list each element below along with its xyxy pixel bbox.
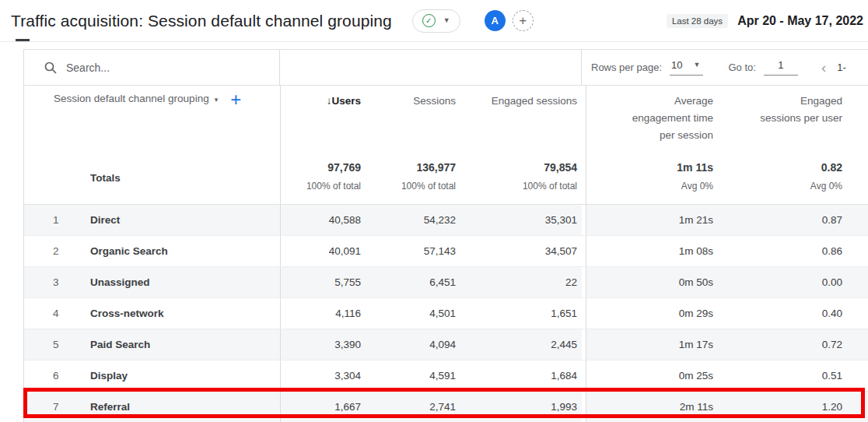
metric-value-avg_engagement_time: 2m 11s (586, 392, 723, 422)
channel-name: Direct (67, 205, 280, 235)
metric-value-engaged_sessions_per_user: 0.00 (723, 267, 868, 297)
date-preset-badge: Last 28 days (667, 14, 728, 28)
rows-per-page-select[interactable]: 10 ▼ (670, 59, 703, 76)
total-users-sub: 100% of total (281, 181, 361, 192)
rows-per-page-label: Rows per page: (591, 62, 662, 73)
column-header-engaged-sessions[interactable]: Engaged sessions (465, 86, 582, 151)
chevron-down-icon: ▾ (215, 97, 219, 104)
channel-name: Cross-network (67, 298, 280, 329)
metric-value-avg_engagement_time: 1m 08s (586, 236, 723, 266)
column-header-sessions[interactable]: Sessions (370, 86, 465, 151)
search-input[interactable]: Search... (24, 50, 280, 85)
table-row: 1Direct40,58854,23235,3011m 21s0.87 (24, 205, 868, 236)
metric-value-users: 3,304 (280, 360, 370, 391)
row-number: 2 (24, 236, 67, 266)
row-number: 5 (24, 329, 67, 360)
metric-value-users: 40,588 (280, 205, 370, 235)
row-number: 4 (24, 298, 67, 329)
metric-value-engaged_sessions: 34,507 (465, 236, 582, 266)
table-row: 3Unassigned5,7556,451220m 50s0.00 (24, 267, 868, 298)
metric-value-engaged_sessions_per_user: 0.87 (723, 205, 868, 235)
table-row: 7Referral1,6672,7411,9932m 11s1.20 (24, 392, 868, 422)
total-engaged-sessions-sub: 100% of total (465, 181, 577, 192)
total-espu-sub: Avg 0% (723, 181, 842, 192)
search-icon (44, 62, 57, 74)
column-header-users[interactable]: ↓Users (280, 86, 370, 151)
metric-value-sessions: 54,232 (370, 205, 465, 235)
add-comparison-button[interactable]: + (513, 10, 534, 31)
metric-value-avg_engagement_time: 1m 21s (586, 205, 723, 235)
channel-name: Unassigned (67, 267, 280, 297)
metric-value-sessions: 4,094 (370, 329, 465, 360)
add-dimension-button[interactable]: + (230, 93, 241, 107)
metric-value-engaged_sessions: 2,445 (465, 329, 582, 360)
channel-name: Paid Search (67, 329, 280, 360)
metric-value-sessions: 4,591 (370, 360, 465, 391)
metric-value-avg_engagement_time: 0m 50s (586, 267, 723, 297)
metric-value-engaged_sessions_per_user: 0.40 (723, 298, 868, 329)
pagination-controls: Rows per page: 10 ▼ Go to: ‹ 1- (582, 50, 868, 85)
row-number: 7 (24, 392, 67, 422)
go-to-page-input[interactable] (764, 59, 798, 76)
table-row: 6Display3,3044,5911,6840m 25s0.51 (24, 360, 868, 392)
search-placeholder: Search... (66, 62, 110, 74)
date-range-text: Apr 20 - May 17, 2022 (737, 14, 863, 28)
total-engaged-sessions-per-user: 0.82 (723, 161, 842, 174)
metric-value-engaged_sessions: 1,651 (465, 298, 582, 329)
go-to-label: Go to: (728, 62, 755, 73)
metric-value-engaged_sessions_per_user: 0.51 (723, 360, 868, 391)
column-header-avg-engagement-time[interactable]: Average engagement time per session (586, 86, 723, 151)
row-number: 1 (24, 205, 67, 235)
rows-per-page-value: 10 (671, 59, 682, 71)
table-row: 5Paid Search3,3904,0942,4451m 17s0.72 (24, 329, 868, 360)
metric-value-engaged_sessions: 1,993 (465, 392, 582, 422)
metric-value-users: 40,091 (280, 236, 370, 266)
page-title: Traffic acquisition: Session default cha… (11, 12, 392, 30)
metric-value-engaged_sessions: 35,301 (465, 205, 582, 235)
table-body: 1Direct40,58854,23235,3011m 21s0.872Orga… (24, 205, 868, 422)
metric-value-users: 4,116 (280, 298, 370, 329)
total-engaged-sessions: 79,854 (465, 161, 577, 174)
total-sessions: 136,977 (370, 161, 456, 174)
ga4-traffic-acquisition-report: Traffic acquisition: Session default cha… (0, 0, 868, 422)
metric-value-sessions: 2,741 (370, 392, 465, 422)
chevron-down-icon: ▼ (694, 62, 701, 69)
metric-value-avg_engagement_time: 0m 25s (586, 360, 723, 391)
data-quality-button[interactable]: ✓ ▼ (412, 9, 460, 33)
total-avg-engagement-time: 1m 11s (586, 161, 713, 174)
metric-value-engaged_sessions_per_user: 0.86 (723, 236, 868, 266)
channel-name: Display (67, 360, 280, 391)
column-header-engaged-sessions-per-user[interactable]: Engaged sessions per user (723, 86, 868, 151)
report-table-card: Search... Rows per page: 10 ▼ Go to: ‹ 1… (23, 49, 868, 422)
avatar[interactable]: A (485, 10, 506, 31)
row-number: 6 (24, 360, 67, 391)
metric-value-engaged_sessions: 22 (465, 267, 582, 297)
table-row: 2Organic Search40,09157,14334,5071m 08s0… (24, 236, 868, 267)
metric-value-engaged_sessions_per_user: 0.72 (723, 329, 868, 360)
metric-value-engaged_sessions: 1,684 (465, 360, 582, 391)
table-row: 4Cross-network4,1164,5011,6510m 29s0.40 (24, 298, 868, 329)
dimension-header-label: Session default channel grouping (54, 93, 209, 104)
totals-label: Totals (67, 151, 280, 204)
date-range-picker[interactable]: Last 28 days Apr 20 - May 17, 2022 (667, 14, 865, 28)
plus-icon: + (519, 13, 527, 29)
metric-value-users: 3,390 (280, 329, 370, 360)
total-sessions-sub: 100% of total (370, 181, 456, 192)
totals-row: Totals 97,769 100% of total 136,977 100%… (24, 151, 868, 205)
metric-value-users: 1,667 (280, 392, 370, 422)
total-users: 97,769 (281, 161, 361, 174)
row-number: 3 (24, 267, 67, 297)
metric-value-sessions: 4,501 (370, 298, 465, 329)
scrollbar-fragment (16, 39, 30, 41)
verified-check-icon: ✓ (422, 14, 436, 27)
channel-name: Referral (67, 392, 280, 422)
metric-value-avg_engagement_time: 0m 29s (586, 298, 723, 329)
table-toolbar: Search... Rows per page: 10 ▼ Go to: ‹ 1… (24, 49, 868, 86)
metric-value-avg_engagement_time: 1m 17s (586, 329, 723, 360)
metric-value-sessions: 6,451 (370, 267, 465, 297)
previous-page-chevron-icon[interactable]: ‹ (821, 60, 826, 75)
dimension-header-dropdown[interactable]: Session default channel grouping ▾ + (24, 86, 280, 151)
toolbar-spacer (280, 50, 582, 85)
metric-value-sessions: 57,143 (370, 236, 465, 266)
metric-value-users: 5,755 (280, 267, 370, 297)
